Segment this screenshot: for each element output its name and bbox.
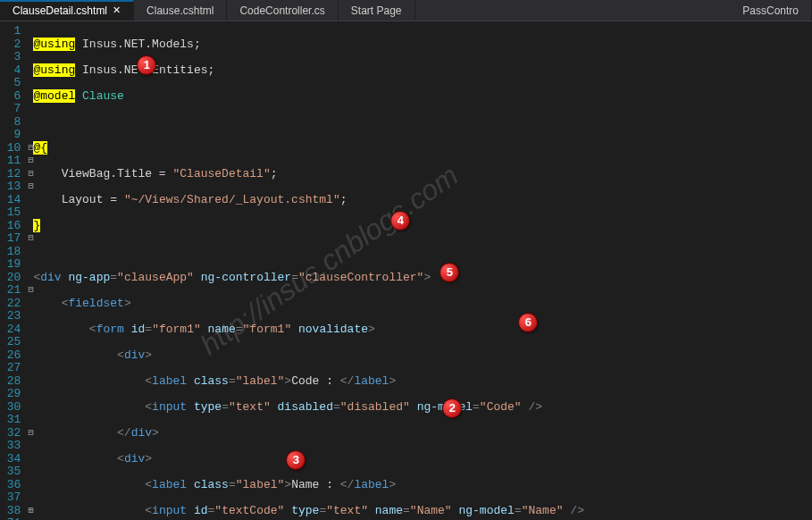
tab-clausedetail[interactable]: ClauseDetail.cshtml ✕: [0, 0, 134, 21]
line-number: 19: [0, 258, 21, 272]
line-number: 10: [0, 142, 21, 155]
tab-label: CodeController.cs: [239, 4, 324, 17]
line-number: 17: [0, 232, 21, 246]
tab-label: ClauseDetail.cshtml: [13, 4, 107, 17]
line-number: 24: [0, 323, 21, 337]
line-number-gutter: 1 2 3 4 5 6 7 8 9 10 11 12 13 14 15 16 1…: [0, 21, 28, 520]
line-number: 28: [0, 375, 21, 389]
tab-label: Start Page: [351, 4, 402, 17]
line-number: 21: [0, 284, 21, 298]
line-number: 32: [0, 427, 21, 440]
line-number: 13: [0, 180, 21, 194]
code-editor[interactable]: 1 2 3 4 5 6 7 8 9 10 11 12 13 14 15 16 1…: [0, 21, 812, 520]
tab-label: PassContro: [742, 4, 799, 17]
tab-passcontrol[interactable]: PassContro: [730, 0, 812, 21]
close-icon[interactable]: ✕: [113, 4, 121, 16]
line-number: 16: [0, 220, 21, 233]
callout-2: 2: [442, 398, 462, 418]
line-number: 26: [0, 349, 21, 363]
line-number: 20: [0, 272, 21, 285]
callout-3: 3: [286, 450, 306, 470]
line-number: 9: [0, 129, 21, 142]
line-number: 38: [0, 505, 21, 518]
tab-codecontroller[interactable]: CodeController.cs: [227, 0, 338, 21]
line-number: 18: [0, 246, 21, 259]
line-number: 22: [0, 298, 21, 311]
line-number: 35: [0, 465, 21, 479]
line-number: 33: [0, 440, 21, 453]
line-number: 8: [0, 116, 21, 130]
line-number: 12: [0, 168, 21, 181]
line-number: 30: [0, 401, 21, 415]
line-number: 27: [0, 362, 21, 375]
line-number: 3: [0, 51, 21, 64]
line-number: 25: [0, 336, 21, 349]
tab-label: Clause.cshtml: [146, 4, 213, 17]
line-number: 4: [0, 64, 21, 78]
line-number: 37: [0, 491, 21, 505]
code-area[interactable]: @using Insus.NET.Models; @using Insus.NE…: [33, 21, 812, 520]
line-number: 36: [0, 479, 21, 492]
line-number: 6: [0, 90, 21, 104]
line-number: 11: [0, 155, 21, 168]
tab-bar: ClauseDetail.cshtml ✕ Clause.cshtml Code…: [0, 0, 812, 21]
line-number: 7: [0, 103, 21, 116]
line-number: 14: [0, 194, 21, 207]
line-number: 15: [0, 206, 21, 220]
tab-startpage[interactable]: Start Page: [339, 0, 415, 21]
line-number: 31: [0, 414, 21, 427]
line-number: 1: [0, 25, 21, 38]
tab-spacer: [415, 0, 731, 21]
line-number: 23: [0, 310, 21, 323]
tab-clause[interactable]: Clause.cshtml: [134, 0, 227, 21]
line-number: 5: [0, 77, 21, 90]
line-number: 2: [0, 38, 21, 52]
line-number: 34: [0, 453, 21, 466]
line-number: 29: [0, 388, 21, 401]
